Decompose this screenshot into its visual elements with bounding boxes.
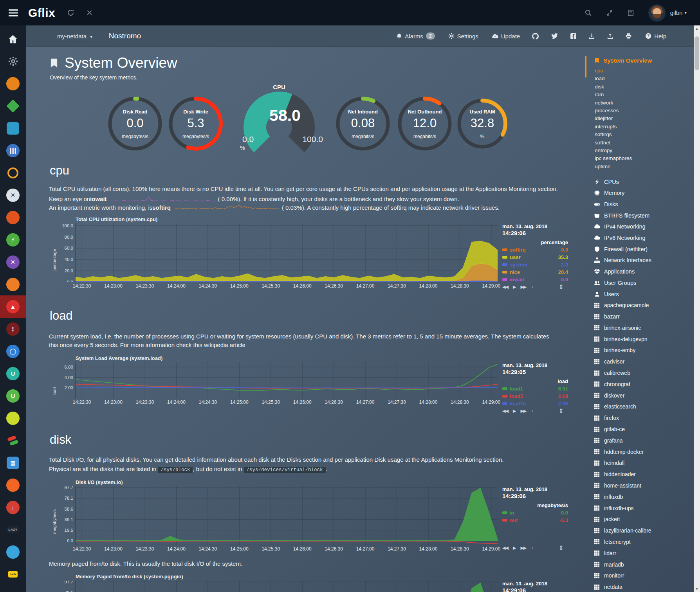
gauge-disk-read[interactable]: Disk Read0.0megabytes/s [106,94,164,153]
menu-app-bazarr[interactable]: bazarr [594,311,700,322]
sidebar-shortcut-app-sab-badge[interactable]: sab [0,563,26,585]
sidebar-shortcut-app-orange-fox[interactable] [0,474,26,496]
help-button[interactable]: ? Help [645,33,666,40]
sidebar-shortcut-app-pills[interactable] [0,429,26,452]
menu-item-softirqs[interactable]: softirqs [595,131,700,139]
menu-item-processes[interactable]: processes [595,107,700,115]
menu-app-influxdb-ups[interactable]: influxdb-ups [594,502,700,514]
username[interactable]: gilbn [670,9,683,16]
menu-app-apacheguacamole[interactable]: apacheguacamole [594,300,700,311]
menu-app-hddtemp-docker[interactable]: hddtemp-docker [594,446,700,457]
menu-item-ipc-semaphores[interactable]: ipc semaphores [595,155,700,162]
menu-item-disk[interactable]: disk [595,83,700,91]
gauge-cpu[interactable]: CPU58.00.0100.0% [232,84,326,154]
menu-app-letsencrypt[interactable]: letsencrypt [594,536,700,548]
alarms-button[interactable]: Alarms 2 [396,32,435,40]
sidebar-shortcut-app-teal-u[interactable]: U [0,362,26,385]
fullscreen-icon[interactable] [606,9,613,16]
menu-app-chronograf[interactable]: chronograf [594,378,700,390]
twitter-icon[interactable] [551,33,558,40]
softirq-sparkline-chart[interactable] [175,205,280,211]
menu-section-btrfs-filesystem[interactable]: BTRFS filesystem [594,210,700,221]
menu-app-jackett[interactable]: jackett [594,514,700,525]
menu-item-cpu[interactable]: cpu [595,67,700,75]
chart-plot[interactable]: 0.020.040.060.080.0100.0 [58,223,498,282]
menu-section-users[interactable]: Users [594,288,700,300]
close-icon[interactable] [86,9,93,16]
changelog-icon[interactable] [627,9,634,16]
host-selector[interactable]: my-netdata ▾ [57,33,92,40]
sidebar-shortcut-app-orange-circle[interactable] [0,72,26,95]
menu-item-entropy[interactable]: entropy [595,147,700,155]
menu-app-binhex-delugevpn[interactable]: binhex-delugevpn [594,333,700,345]
menu-app-elasticsearch[interactable]: elasticsearch [594,401,700,412]
menu-section-firewall-netfilter-[interactable]: Firewall (netfilter) [594,243,700,255]
menu-app-binhex-airsonic[interactable]: binhex-airsonic [594,322,700,333]
menu-item-ram[interactable]: ram [595,91,700,99]
chart-resize-handle[interactable]: ⇕ [559,407,563,415]
menu-section-disks[interactable]: Disks [594,199,700,210]
menu-app-netdata[interactable]: netdata [594,581,700,592]
menu-app-firefox[interactable]: firefox [594,412,700,424]
sidebar-shortcut-app-teal-tile[interactable] [0,117,26,139]
sidebar-shortcut-app-red-ball[interactable] [0,206,26,229]
zoom-out-button[interactable]: − [538,545,540,550]
scroll-down-icon[interactable]: ▼ [694,586,700,592]
legend-row-softirq[interactable]: softirq0.0 [502,246,568,254]
menu-section-applications[interactable]: Applications [594,266,700,277]
legend-row-load5[interactable]: load52.68 [502,392,568,400]
sidebar-shortcut-home[interactable] [0,28,26,50]
menu-item-softnet[interactable]: softnet [595,139,700,147]
zoom-in-button[interactable]: + [531,284,533,289]
gauge-disk-write[interactable]: Disk Write5.3megabytes/s [166,94,225,153]
menu-item-uptime[interactable]: uptime [595,163,700,171]
menu-app-diskover[interactable]: diskover [594,390,700,401]
github-icon[interactable] [532,32,539,40]
menu-app-lazylibrarian-calibre[interactable]: lazylibrarian-calibre [594,525,700,536]
chart-plot[interactable]: 0.019.539.158.678.197.7 [58,486,498,545]
menu-section-network-interfaces[interactable]: Network Interfaces [594,255,700,266]
zoom-out-button[interactable]: − [538,284,540,289]
chart-plot[interactable]: 2.004.006.00 [58,362,498,398]
menu-section-ipv6-networking[interactable]: IPv6 Networking [594,232,700,244]
scrollbar[interactable]: ▲ ▼ [694,25,700,592]
menu-section-ipv4-networking[interactable]: IPv4 Networking [594,221,700,232]
menu-app-lidarr[interactable]: lidarr [594,547,700,559]
upload-icon[interactable] [607,33,613,40]
legend-row-out[interactable]: out-5.3 [502,516,568,524]
user-avatar[interactable] [648,4,666,22]
pan-backward-button[interactable]: ◀◀ [502,284,508,290]
sidebar-shortcut-app-blue-tiles[interactable]: ▦ [0,452,26,474]
legend-row-in[interactable]: in0.0 [502,509,568,516]
facebook-icon[interactable] [570,33,577,40]
zoom-in-button[interactable]: + [531,545,533,550]
sidebar-shortcut-app-red-download[interactable]: ↓ [0,496,26,518]
sidebar-shortcut-app-blue-drop[interactable] [0,541,26,563]
play-button[interactable]: ▶ [513,408,516,414]
zoom-in-button[interactable]: + [531,408,533,413]
sidebar-shortcut-app-green-diamond[interactable] [0,95,26,117]
zoom-out-button[interactable]: − [538,408,540,413]
play-button[interactable]: ▶ [513,545,516,551]
legend-row-user[interactable]: user35.3 [502,254,568,261]
menu-app-gitlab-ce[interactable]: gitlab-ce [594,424,700,435]
iowait-sparkline-chart[interactable] [111,196,216,202]
menu-app-influxdb[interactable]: influxdb [594,491,700,502]
menu-app-mariadb[interactable]: mariadb [594,559,700,570]
scroll-up-icon[interactable]: ▲ [694,25,700,32]
legend-row-system[interactable]: system2.3 [502,261,568,268]
refresh-icon[interactable] [67,9,74,16]
play-button[interactable]: ▶ [513,284,516,290]
legend-row-load1[interactable]: load16.51 [502,385,568,392]
sidebar-shortcut-app-orange-search[interactable] [0,162,26,184]
sidebar-shortcut-app-lazy-badge[interactable]: LAZY [0,518,26,541]
menu-section-user-groups[interactable]: User Groups [594,277,700,288]
chart-plot[interactable]: 0.019.539.158.678.197.7 [58,581,498,592]
legend-row-iowait[interactable]: iowait0.0 [502,276,568,283]
update-button[interactable]: Update [492,33,520,40]
chart-resize-handle[interactable]: ⇕ [559,283,563,291]
pan-forward-button[interactable]: ▶▶ [520,408,526,414]
menu-section-cpus[interactable]: CPUs [594,176,700,187]
sidebar-shortcut-app-red-shield[interactable]: ▲ [0,295,26,318]
menu-item-load[interactable]: load [595,75,700,83]
